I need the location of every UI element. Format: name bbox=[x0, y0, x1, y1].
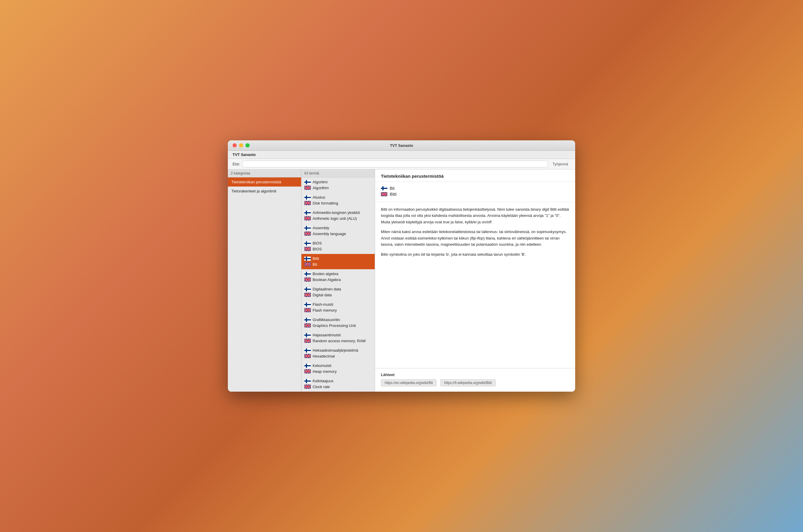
svg-rect-42 bbox=[304, 335, 311, 336]
search-label: Etsi: bbox=[232, 162, 240, 166]
search-bar: Etsi: Tyhjennä bbox=[228, 159, 575, 170]
list-item[interactable]: Alustus Disk formatting bbox=[301, 193, 375, 208]
svg-rect-2 bbox=[304, 182, 311, 183]
term-fi: Kellotaajuus bbox=[313, 378, 334, 384]
list-item[interactable]: Kekomuisti Heap memory bbox=[301, 361, 375, 376]
list-item[interactable]: Assembly Assembly language bbox=[301, 223, 375, 239]
svg-rect-30 bbox=[304, 289, 311, 290]
fi-flag-icon bbox=[304, 256, 311, 261]
term-en: Disk formatting bbox=[313, 201, 338, 206]
titlebar: TVT Sanasto bbox=[228, 140, 575, 151]
fi-flag-icon bbox=[304, 318, 311, 322]
list-item[interactable]: Flash-muisti Flash memory bbox=[301, 300, 375, 315]
fi-flag-icon bbox=[304, 211, 311, 215]
detail-word-fi: Bit bbox=[390, 186, 394, 191]
window-controls bbox=[232, 143, 249, 147]
term-fi: Bitti bbox=[313, 256, 319, 262]
app-toolbar: TVT Sanasto bbox=[228, 151, 575, 159]
terms-list[interactable]: Algoritmi Algorithm bbox=[301, 177, 375, 392]
fi-flag-icon bbox=[304, 287, 311, 291]
list-item[interactable]: Algoritmi Algorithm bbox=[301, 177, 375, 193]
uk-flag-icon bbox=[304, 293, 311, 297]
description-paragraph-2: Miten nämä kaksi arvoa esitetään tietoko… bbox=[381, 229, 569, 247]
term-en: Hexadecimal bbox=[313, 354, 335, 359]
uk-flag-icon bbox=[304, 262, 311, 266]
fi-flag-icon bbox=[304, 195, 311, 200]
description-paragraph-1: Bitti on informaation perusyksikkö digit… bbox=[381, 206, 569, 225]
term-fi: Grafiikkasuoritin bbox=[313, 317, 340, 323]
detail-word-en: Bitti bbox=[390, 192, 396, 196]
term-fi: BIOS bbox=[313, 241, 322, 246]
close-button[interactable] bbox=[232, 143, 237, 147]
uk-flag-icon bbox=[304, 369, 311, 374]
categories-header: 2 kategoriaa bbox=[228, 170, 301, 177]
main-content: 2 kategoriaa Tietotekniikan perustermist… bbox=[228, 170, 575, 392]
sources-label: Lähteet bbox=[381, 373, 569, 377]
uk-flag-icon bbox=[304, 216, 311, 221]
uk-flag-icon bbox=[304, 339, 311, 343]
list-item[interactable]: Digitaalinen data Digital data bbox=[301, 285, 375, 300]
list-item[interactable]: Aritmeettis-looginen yksikkö Arithmetic … bbox=[301, 208, 375, 223]
list-item[interactable]: Heksadesimaalijärjestelmä Hexadecimal bbox=[301, 346, 375, 361]
terms-header: 63 termiä bbox=[301, 170, 375, 177]
uk-flag-icon bbox=[304, 186, 311, 190]
uk-flag-icon bbox=[304, 247, 311, 251]
uk-flag-detail-icon bbox=[381, 192, 387, 196]
uk-flag-icon bbox=[304, 232, 311, 236]
app-title: TVT Sanasto bbox=[232, 152, 256, 157]
svg-rect-6 bbox=[304, 197, 311, 198]
term-fi: Heksadesimaalijärjestelmä bbox=[313, 347, 358, 354]
sidebar-item-tietorakenteet[interactable]: Tietorakenteet ja algoritmit bbox=[228, 187, 301, 196]
term-fi: Assembly bbox=[313, 225, 329, 231]
detail-word-section: Bit Bitti bbox=[375, 182, 575, 202]
fi-flag-icon bbox=[304, 272, 311, 276]
list-item[interactable]: Grafiikkasuoritin Graphics Processing Un… bbox=[301, 315, 375, 330]
svg-rect-22 bbox=[304, 258, 311, 259]
svg-rect-10 bbox=[304, 212, 311, 213]
source-link-2[interactable]: https://fi.wikipedia.org/wiki/Bitti bbox=[440, 379, 496, 386]
sidebar-item-tietotekniikka[interactable]: Tietotekniikan perustermistöä bbox=[228, 177, 301, 187]
fi-flag-icon bbox=[304, 303, 311, 307]
uk-flag-icon bbox=[304, 354, 311, 358]
term-fi: Aritmeettis-looginen yksikkö bbox=[313, 210, 360, 216]
svg-rect-18 bbox=[304, 243, 311, 244]
search-input[interactable] bbox=[242, 161, 548, 167]
svg-rect-26 bbox=[304, 273, 311, 274]
term-fi: Digitaalinen data bbox=[313, 286, 341, 292]
term-en: Flash memory bbox=[313, 307, 337, 314]
term-en: Heap memory bbox=[313, 369, 337, 375]
description-paragraph-3: Bitin symbolina on joko bit tai kirjaint… bbox=[381, 251, 569, 258]
sources-section: Lähteet https://en.wikipedia.org/wiki/Bi… bbox=[375, 368, 575, 392]
term-en: Clock rate bbox=[313, 384, 330, 390]
fi-flag-icon bbox=[304, 333, 311, 337]
svg-rect-14 bbox=[304, 227, 311, 229]
source-link-1[interactable]: https://en.wikipedia.org/wiki/Bit bbox=[381, 379, 436, 386]
term-fi: Flash-muisti bbox=[313, 302, 333, 307]
terms-panel: 63 termiä Algoritmi bbox=[301, 170, 375, 392]
fi-flag-detail-icon bbox=[381, 186, 387, 190]
svg-rect-46 bbox=[304, 350, 311, 351]
svg-rect-58 bbox=[381, 188, 387, 189]
term-en: Random access memory; RAM bbox=[313, 338, 366, 344]
term-en: BIOS bbox=[313, 246, 322, 252]
list-item[interactable]: Bitti Bit bbox=[301, 254, 375, 269]
detail-category-title: Tietotekniikan perustermistöä bbox=[375, 170, 575, 182]
fi-flag-icon bbox=[304, 379, 311, 383]
list-item[interactable]: BIOS BIOS bbox=[301, 239, 375, 254]
maximize-button[interactable] bbox=[245, 143, 249, 147]
clear-button[interactable]: Tyhjennä bbox=[550, 161, 571, 167]
uk-flag-icon bbox=[304, 278, 311, 282]
uk-flag-icon bbox=[304, 308, 311, 312]
minimize-button[interactable] bbox=[239, 143, 243, 147]
term-en: Algorithm bbox=[313, 185, 329, 191]
list-item[interactable]: Boolen algebra Boolean Algebra bbox=[301, 269, 375, 285]
list-item[interactable]: Kellotaajuus Clock rate bbox=[301, 376, 375, 392]
term-en: Assembly language bbox=[313, 231, 346, 237]
uk-flag-icon bbox=[304, 323, 311, 327]
detail-panel: Tietotekniikan perustermistöä Bit bbox=[375, 170, 575, 392]
term-en: Bit bbox=[313, 262, 317, 267]
term-en: Boolean Algebra bbox=[313, 277, 340, 283]
fi-flag-icon bbox=[304, 348, 311, 353]
svg-rect-34 bbox=[304, 304, 311, 305]
list-item[interactable]: Hajasaantimuisti Random access memory; R… bbox=[301, 330, 375, 346]
